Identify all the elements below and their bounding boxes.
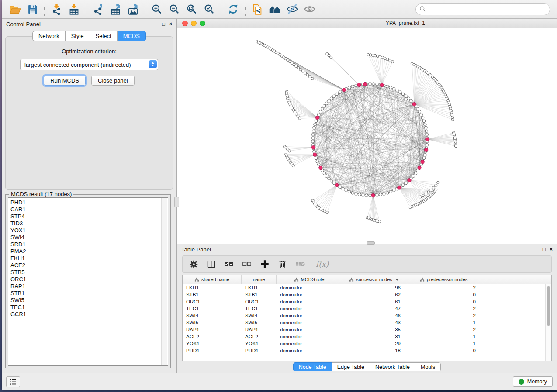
- maximize-window-icon[interactable]: [200, 21, 205, 26]
- network-node[interactable]: [358, 193, 361, 196]
- network-node[interactable]: [330, 97, 333, 100]
- network-node[interactable]: [348, 86, 351, 89]
- network-node[interactable]: [426, 133, 429, 136]
- table-row[interactable]: RAP1RAP1dominator352: [183, 326, 551, 333]
- network-leaf-node[interactable]: [297, 115, 299, 117]
- network-leaf-node[interactable]: [330, 56, 332, 58]
- network-leaf-node[interactable]: [419, 196, 422, 198]
- add-column-icon[interactable]: [260, 259, 270, 269]
- network-node[interactable]: [424, 154, 427, 157]
- network-node[interactable]: [421, 117, 424, 120]
- network-node[interactable]: [424, 126, 427, 129]
- network-hub-node[interactable]: [315, 116, 319, 119]
- network-hub-node[interactable]: [408, 179, 411, 182]
- network-leaf-node[interactable]: [451, 118, 454, 121]
- table-row[interactable]: SWI4SWI4dominator462: [183, 312, 551, 319]
- network-hub-node[interactable]: [335, 183, 339, 187]
- network-leaf-node[interactable]: [298, 117, 301, 120]
- mcds-result-item[interactable]: TEC1: [10, 304, 168, 311]
- network-node[interactable]: [325, 175, 328, 178]
- tab-style[interactable]: Style: [66, 31, 90, 41]
- import-network-button[interactable]: [48, 2, 65, 17]
- table-row[interactable]: FKH1FKH1dominator962: [183, 284, 551, 291]
- export-network-button[interactable]: [89, 2, 107, 17]
- mcds-result-item[interactable]: FKH1: [10, 255, 168, 262]
- network-node[interactable]: [389, 86, 392, 89]
- close-window-icon[interactable]: [182, 21, 188, 26]
- table-mode-gear-icon[interactable]: [189, 260, 198, 269]
- network-node[interactable]: [332, 95, 336, 98]
- close-panel-button[interactable]: Close panel: [91, 76, 135, 86]
- mcds-result-item[interactable]: TID3: [10, 220, 168, 227]
- mcds-result-item[interactable]: STP4: [10, 213, 168, 220]
- network-node[interactable]: [426, 143, 429, 146]
- first-neighbors-button[interactable]: [266, 2, 284, 17]
- zoom-out-button[interactable]: [166, 2, 183, 17]
- network-node[interactable]: [330, 179, 333, 182]
- table-row[interactable]: SWI5SWI5connector431: [183, 319, 551, 326]
- network-hub-node[interactable]: [380, 83, 384, 87]
- float-panel-icon[interactable]: □: [543, 247, 546, 252]
- network-leaf-node[interactable]: [389, 59, 391, 62]
- memory-button[interactable]: Memory: [513, 376, 553, 387]
- network-hub-node[interactable]: [412, 103, 416, 106]
- result-scrollbar[interactable]: [161, 198, 167, 365]
- table-row[interactable]: PHD1PHD1dominator180: [183, 347, 551, 354]
- tab-network[interactable]: Network: [32, 31, 66, 41]
- mcds-result-item[interactable]: PMA2: [10, 248, 168, 255]
- column-header-successor-nodes[interactable]: successor nodes: [342, 275, 406, 284]
- table-tab-edge-table[interactable]: Edge Table: [332, 362, 370, 371]
- zoom-selected-button[interactable]: [201, 2, 218, 17]
- network-node[interactable]: [339, 186, 342, 189]
- show-columns-icon[interactable]: [207, 260, 216, 269]
- network-leaf-node[interactable]: [299, 68, 302, 71]
- select-all-icon[interactable]: [224, 259, 234, 269]
- minimize-window-icon[interactable]: [191, 21, 197, 26]
- run-mcds-button[interactable]: Run MCDS: [44, 76, 86, 86]
- network-leaf-node[interactable]: [391, 60, 394, 63]
- network-leaf-node[interactable]: [311, 77, 314, 80]
- network-titlebar[interactable]: YPA_prune.txt_1: [177, 19, 557, 28]
- mcds-result-item[interactable]: GCR1: [10, 311, 168, 318]
- deselect-all-icon[interactable]: [242, 259, 252, 269]
- network-node[interactable]: [392, 189, 395, 192]
- network-node[interactable]: [383, 193, 386, 196]
- show-task-history-button[interactable]: [6, 376, 20, 387]
- table-tab-motifs[interactable]: Motifs: [415, 362, 441, 371]
- network-node[interactable]: [405, 95, 408, 98]
- show-all-button[interactable]: [301, 2, 318, 17]
- network-node[interactable]: [389, 190, 392, 193]
- network-hub-node[interactable]: [342, 88, 346, 92]
- column-header-mcds-role[interactable]: MCDS role: [277, 275, 342, 284]
- network-node[interactable]: [416, 107, 419, 110]
- network-leaf-node[interactable]: [435, 184, 437, 186]
- network-node[interactable]: [355, 84, 358, 87]
- import-table-button[interactable]: [65, 2, 83, 17]
- mcds-result-item[interactable]: RAP1: [10, 283, 168, 290]
- network-hub-node[interactable]: [311, 146, 315, 149]
- network-hub-node[interactable]: [421, 160, 424, 164]
- network-hub-node[interactable]: [398, 186, 401, 189]
- network-leaf-node[interactable]: [381, 56, 384, 59]
- network-leaf-node[interactable]: [386, 58, 389, 61]
- network-node[interactable]: [392, 87, 395, 90]
- column-header-name[interactable]: name: [242, 275, 277, 284]
- network-node[interactable]: [315, 157, 318, 160]
- network-node[interactable]: [315, 120, 318, 123]
- network-leaf-node[interactable]: [378, 220, 381, 223]
- mcds-result-item[interactable]: ORC1: [10, 276, 168, 283]
- network-node[interactable]: [399, 91, 402, 94]
- table-scrollbar-thumb[interactable]: [547, 286, 550, 326]
- network-node[interactable]: [369, 194, 372, 197]
- network-node[interactable]: [386, 85, 389, 88]
- network-node[interactable]: [425, 130, 428, 133]
- export-image-button[interactable]: [124, 2, 142, 17]
- criterion-select[interactable]: largest connected component (undirected): [20, 59, 158, 70]
- network-node[interactable]: [407, 97, 410, 100]
- network-node[interactable]: [323, 172, 326, 175]
- zoom-in-button[interactable]: [148, 2, 166, 17]
- network-node[interactable]: [321, 107, 324, 110]
- network-node[interactable]: [351, 191, 354, 194]
- vertical-splitter-grip[interactable]: [174, 197, 179, 207]
- network-leaf-node[interactable]: [292, 164, 294, 167]
